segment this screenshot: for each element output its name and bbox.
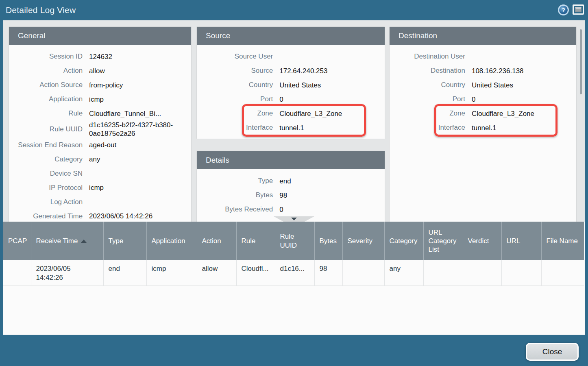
field-value: end xyxy=(279,177,385,185)
column-header-pcap[interactable]: PCAP xyxy=(3,222,31,260)
field-label: Category xyxy=(9,155,89,163)
source-panel-title: Source xyxy=(197,27,385,45)
column-header-url[interactable]: URL xyxy=(501,222,541,260)
field-row-ip-protocol: IP Protocol icmp xyxy=(9,181,191,195)
column-header-bytes[interactable]: Bytes xyxy=(314,222,342,260)
column-header-label: Rule xyxy=(242,237,256,245)
details-panel: Details Type end Bytes 98 Bytes Received… xyxy=(197,151,385,222)
cell-application: icmp xyxy=(146,260,197,285)
cell-file-name xyxy=(541,260,584,285)
field-row-destination-country: Country United States xyxy=(390,78,576,92)
field-label: Action xyxy=(9,67,89,75)
column-header-label: Action xyxy=(202,237,221,245)
field-row-category: Category any xyxy=(9,152,191,167)
field-label: Rule xyxy=(9,109,89,118)
field-label: Type xyxy=(197,177,279,185)
field-label: Zone xyxy=(390,109,472,118)
field-row-destination-address: Destination 108.162.236.138 xyxy=(390,64,576,78)
dialog-title: Detailed Log View xyxy=(6,5,76,15)
field-value: 0 xyxy=(472,95,576,104)
column-header-receive-time[interactable]: Receive Time xyxy=(31,222,103,260)
details-panel-title: Details xyxy=(197,151,385,169)
help-icon[interactable]: ? xyxy=(558,4,569,15)
column-header-label: URL xyxy=(507,237,520,245)
field-label: Country xyxy=(390,81,472,89)
field-row-destination-port: Port 0 xyxy=(390,92,576,107)
field-value: United States xyxy=(279,81,385,89)
column-header-file-name[interactable]: File Name xyxy=(541,222,584,260)
field-label: Destination User xyxy=(390,52,472,61)
cell-rule: Cloudfl... xyxy=(236,260,275,285)
field-value: Cloudflare_Tunnel_Bi... xyxy=(89,109,191,118)
column-header-verdict[interactable]: Verdict xyxy=(463,222,501,260)
column-header-action[interactable]: Action xyxy=(197,222,236,260)
field-row-rule-uuid: Rule UUID d1c16235-b2f2-4327-b380-0ae187… xyxy=(9,121,191,138)
field-label: Session ID xyxy=(9,52,89,61)
log-detail-content: General Session ID 124632 Action allow A… xyxy=(3,20,585,222)
field-value: 2023/06/05 14:42:26 xyxy=(89,212,191,220)
column-header-label: Category xyxy=(390,237,418,245)
column-header-severity[interactable]: Severity xyxy=(342,222,384,260)
field-row-destination-interface: Interface tunnel.1 xyxy=(390,121,576,135)
field-row-device-sn: Device SN xyxy=(9,167,191,181)
field-row-source-user: Source User xyxy=(197,50,385,64)
column-header-label: Receive Time xyxy=(36,237,78,245)
field-row-source-zone: Zone Cloudflare_L3_Zone xyxy=(197,107,385,121)
field-label: Device SN xyxy=(9,170,89,178)
column-header-label: Bytes xyxy=(320,237,337,245)
field-value: aged-out xyxy=(89,141,191,149)
log-table-row[interactable]: 2023/06/05 14:42:26 end icmp allow Cloud… xyxy=(3,260,584,285)
cell-pcap xyxy=(3,260,31,285)
column-header-application[interactable]: Application xyxy=(146,222,197,260)
column-header-label: Application xyxy=(152,237,185,245)
field-value: tunnel.1 xyxy=(279,124,385,132)
cell-action: allow xyxy=(197,260,236,285)
chevron-down-icon xyxy=(291,218,297,220)
field-label: Destination xyxy=(390,67,472,75)
column-header-label: Rule UUID xyxy=(280,233,297,249)
destination-panel: Destination Destination User Destination… xyxy=(390,27,576,222)
cell-verdict xyxy=(463,260,501,285)
source-panel: Source Source User Source 172.64.240.253… xyxy=(197,27,385,139)
field-label: Rule UUID xyxy=(9,125,89,133)
field-value: 0 xyxy=(279,205,385,214)
field-row-bytes-received: Bytes Received 0 xyxy=(197,203,385,217)
log-table: PCAP Receive Time Type Application Actio… xyxy=(3,222,584,286)
field-value: d1c16235-b2f2-4327-b380-0ae1875e2a26 xyxy=(89,121,191,138)
maximize-window-icon[interactable] xyxy=(573,4,584,15)
column-header-rule[interactable]: Rule xyxy=(236,222,275,260)
column-header-url-category-list[interactable]: URL Category List xyxy=(423,222,463,260)
field-row-source-address: Source 172.64.240.253 xyxy=(197,64,385,78)
field-row-source-port: Port 0 xyxy=(197,92,385,107)
log-table-header-row: PCAP Receive Time Type Application Actio… xyxy=(3,222,584,260)
general-panel: General Session ID 124632 Action allow A… xyxy=(9,27,191,222)
field-label: Source xyxy=(197,67,279,75)
field-label: Application xyxy=(9,95,89,103)
column-header-type[interactable]: Type xyxy=(103,222,146,260)
field-value: 98 xyxy=(279,191,385,200)
field-label: Interface xyxy=(197,124,279,132)
log-table-section: PCAP Receive Time Type Application Actio… xyxy=(3,222,585,335)
column-header-category[interactable]: Category xyxy=(384,222,423,260)
field-label: Port xyxy=(390,95,472,103)
column-header-label: Type xyxy=(109,237,124,245)
general-panel-title: General xyxy=(9,27,191,45)
field-value: tunnel.1 xyxy=(472,124,576,132)
field-label: Session End Reason xyxy=(9,141,89,149)
close-button[interactable]: Close xyxy=(526,343,579,361)
field-value: from-policy xyxy=(89,81,191,89)
field-row-source-country: Country United States xyxy=(197,78,385,92)
cell-rule-uuid: d1c16... xyxy=(275,260,314,285)
field-label: Port xyxy=(197,95,279,103)
field-label: IP Protocol xyxy=(9,184,89,192)
field-value: any xyxy=(89,155,191,163)
cell-bytes: 98 xyxy=(314,260,342,285)
field-label: Interface xyxy=(390,124,472,132)
column-header-rule-uuid[interactable]: Rule UUID xyxy=(275,222,314,260)
cell-url xyxy=(501,260,541,285)
field-label: Log Action xyxy=(9,198,89,206)
field-label: Source User xyxy=(197,52,279,61)
column-header-label: Verdict xyxy=(468,237,489,245)
vertical-scrollbar-thumb[interactable] xyxy=(580,29,582,94)
field-value: Cloudflare_L3_Zone xyxy=(279,109,385,118)
